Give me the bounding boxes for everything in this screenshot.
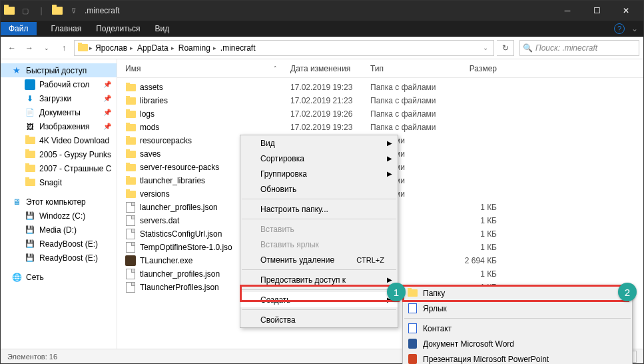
cm-group[interactable]: Группировка▶ bbox=[240, 166, 398, 181]
file-name: tlauncher_profiles.json bbox=[140, 269, 220, 279]
sidebar-item-gypsy[interactable]: 2005 - Gypsy Punks bbox=[1, 147, 117, 161]
nav-back-icon[interactable]: ← bbox=[5, 41, 19, 55]
sidebar-item-2007[interactable]: 2007 - Страшные С bbox=[1, 161, 117, 175]
folder-icon bbox=[125, 149, 136, 159]
cm-create[interactable]: Создать▶ bbox=[240, 292, 398, 307]
minimize-button[interactable]: ─ bbox=[553, 1, 582, 21]
cm-create-contact[interactable]: Контакт bbox=[403, 321, 632, 336]
menu-separator bbox=[242, 309, 396, 310]
sidebar-drive-c[interactable]: Windozz (C:) bbox=[1, 209, 117, 223]
help-icon[interactable]: ? bbox=[614, 23, 625, 34]
qat-chevron-icon[interactable]: ⊽ bbox=[67, 5, 79, 17]
app-icon bbox=[3, 5, 15, 17]
file-row[interactable]: mods17.02.2019 19:23Папка с файлами bbox=[117, 121, 643, 134]
column-type[interactable]: Тип bbox=[370, 64, 450, 73]
file-type: Папка с файлами bbox=[370, 123, 450, 132]
sidebar-network[interactable]: Сеть bbox=[1, 270, 117, 284]
sidebar-item-documents[interactable]: Документы📌 bbox=[1, 105, 117, 119]
file-name: saves bbox=[140, 149, 161, 159]
pin-icon: 📌 bbox=[103, 95, 111, 102]
breadcrumb-seg-0[interactable]: Ярослав▸ bbox=[94, 43, 135, 53]
file-row[interactable]: logs17.02.2019 19:26Папка с файлами bbox=[117, 107, 643, 121]
breadcrumb-seg-2[interactable]: Roaming▸ bbox=[177, 43, 218, 53]
sidebar-item-downloads[interactable]: Загрузки📌 bbox=[1, 91, 117, 105]
file-icon bbox=[125, 282, 136, 293]
search-input[interactable]: 🔍 Поиск: .minecraft bbox=[519, 40, 639, 56]
sidebar-drive-d[interactable]: Media (D:) bbox=[1, 223, 117, 237]
pictures-icon bbox=[25, 121, 35, 132]
pc-icon bbox=[11, 197, 22, 207]
ribbon-expand-icon[interactable]: ⌄ bbox=[631, 24, 638, 33]
breadcrumb-seg-3[interactable]: .minecraft bbox=[219, 43, 257, 53]
folder-icon bbox=[125, 189, 136, 199]
drive-icon bbox=[25, 211, 35, 221]
close-button[interactable]: ✕ bbox=[611, 1, 641, 21]
file-row[interactable]: libraries17.02.2019 21:23Папка с файлами bbox=[117, 94, 643, 107]
sidebar-this-pc[interactable]: Этот компьютер bbox=[1, 195, 117, 209]
column-name[interactable]: Имя˄ bbox=[125, 64, 290, 73]
sidebar-item-desktop[interactable]: Рабочий стол📌 bbox=[1, 77, 117, 91]
cm-properties[interactable]: Свойства bbox=[240, 312, 398, 327]
column-size[interactable]: Размер bbox=[450, 64, 503, 73]
tab-file[interactable]: Файл bbox=[1, 22, 37, 35]
column-date[interactable]: Дата изменения bbox=[290, 64, 370, 73]
file-icon bbox=[125, 269, 136, 279]
chevron-right-icon[interactable]: ▸ bbox=[89, 45, 93, 51]
sidebar-item-pictures[interactable]: Изображения📌 bbox=[1, 119, 117, 133]
tab-share[interactable]: Поделиться bbox=[96, 24, 140, 33]
shortcut-icon bbox=[407, 303, 418, 314]
file-size: 1 КБ bbox=[450, 229, 503, 239]
breadcrumb-seg-1[interactable]: AppData▸ bbox=[136, 43, 176, 53]
cm-refresh[interactable]: Обновить bbox=[240, 181, 398, 197]
shortcut-label: CTRL+Z bbox=[356, 256, 384, 264]
cm-view[interactable]: Вид▶ bbox=[240, 135, 398, 151]
sidebar-drive-e2[interactable]: ReadyBoost (E:) bbox=[1, 251, 117, 265]
drive-icon bbox=[25, 239, 35, 249]
tab-view[interactable]: Вид bbox=[155, 24, 169, 33]
context-menu-main: Вид▶ Сортировка▶ Группировка▶ Обновить Н… bbox=[240, 135, 398, 328]
window-title: .minecraft bbox=[85, 6, 120, 15]
cm-sort[interactable]: Сортировка▶ bbox=[240, 151, 398, 166]
maximize-button[interactable]: ☐ bbox=[582, 1, 611, 21]
word-icon bbox=[407, 339, 418, 349]
nav-forward-icon[interactable]: → bbox=[22, 41, 37, 55]
qat-icon[interactable]: ▢ bbox=[19, 5, 31, 17]
file-name: servers.dat bbox=[140, 216, 179, 225]
menu-separator bbox=[242, 289, 396, 290]
cm-create-word[interactable]: Документ Microsoft Word bbox=[403, 336, 632, 351]
file-name: logs bbox=[140, 109, 155, 119]
file-type: Папка с файлами bbox=[370, 96, 450, 105]
sidebar-quick-access[interactable]: Быстрый доступ bbox=[1, 63, 117, 77]
cm-customize[interactable]: Настроить папку... bbox=[240, 201, 398, 217]
submenu-arrow-icon: ▶ bbox=[387, 276, 392, 283]
nav-up-icon[interactable]: ↑ bbox=[57, 41, 71, 55]
refresh-button[interactable]: ↻ bbox=[497, 40, 514, 56]
sidebar-item-snagit[interactable]: Snagit bbox=[1, 175, 117, 189]
sidebar-drive-e1[interactable]: ReadyBoost (E:) bbox=[1, 237, 117, 251]
cm-share-access[interactable]: Предоставить доступ к▶ bbox=[240, 272, 398, 287]
sidebar-item-4kvideo[interactable]: 4K Video Download bbox=[1, 133, 117, 147]
search-placeholder: Поиск: .minecraft bbox=[535, 43, 597, 53]
column-headers: Имя˄ Дата изменения Тип Размер bbox=[117, 59, 643, 78]
folder-icon bbox=[25, 163, 35, 174]
file-row[interactable]: assets17.02.2019 19:23Папка с файлами bbox=[117, 81, 643, 94]
cm-create-folder[interactable]: Папку bbox=[403, 285, 632, 301]
cm-paste-shortcut: Вставить ярлык bbox=[240, 237, 398, 252]
network-icon bbox=[11, 272, 22, 283]
navigation-bar: ← → ⌄ ↑ ▸ Ярослав▸ AppData▸ Roaming▸ .mi… bbox=[1, 37, 643, 59]
submenu-arrow-icon: ▶ bbox=[387, 139, 392, 147]
file-name: StatisticsConfigUrl.json bbox=[140, 229, 222, 239]
cm-create-shortcut[interactable]: Ярлык bbox=[403, 301, 632, 316]
powerpoint-icon bbox=[407, 354, 418, 365]
breadcrumb[interactable]: ▸ Ярослав▸ AppData▸ Roaming▸ .minecraft … bbox=[74, 40, 494, 56]
nav-history-icon[interactable]: ⌄ bbox=[39, 41, 54, 55]
tab-home[interactable]: Главная bbox=[51, 24, 82, 33]
file-name: TLauncher.exe bbox=[140, 256, 192, 265]
cm-create-ppt[interactable]: Презентация Microsoft PowerPoint bbox=[403, 351, 632, 364]
titlebar[interactable]: ▢ | ⊽ .minecraft ─ ☐ ✕ bbox=[1, 1, 643, 21]
file-date: 17.02.2019 19:23 bbox=[290, 123, 370, 132]
file-type: Папка с файлами bbox=[370, 109, 450, 119]
breadcrumb-dropdown-icon[interactable]: ⌄ bbox=[483, 44, 491, 51]
titlebar-icons: ▢ | ⊽ bbox=[3, 5, 79, 17]
cm-undo[interactable]: Отменить удалениеCTRL+Z bbox=[240, 252, 398, 267]
